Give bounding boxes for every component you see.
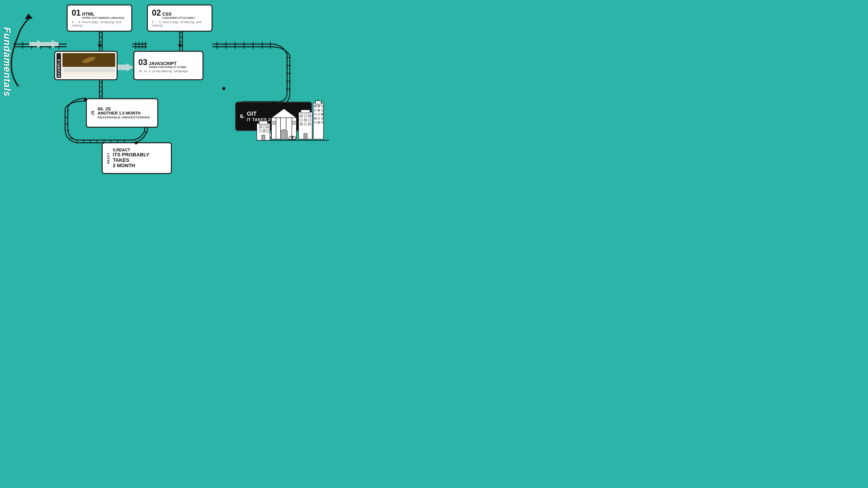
html-title: HTML <box>82 11 124 17</box>
dot-html-bottom <box>98 43 101 47</box>
svg-rect-132 <box>262 135 265 140</box>
dot-js-right <box>222 87 225 90</box>
svg-rect-107 <box>304 133 307 139</box>
card-react: REACT 5.REACT ITS PROBABLY TAKES 2 MONTH <box>102 142 172 174</box>
svg-rect-85 <box>318 109 320 111</box>
svg-rect-115 <box>292 121 295 125</box>
svg-marker-71 <box>25 13 33 19</box>
svg-rect-98 <box>300 115 303 117</box>
svg-rect-78 <box>313 103 323 139</box>
svg-rect-81 <box>314 105 316 107</box>
css-desc: 3 - 5 hours/pay studying and coding <box>152 21 208 27</box>
svg-rect-92 <box>321 118 323 119</box>
css-subtitle: CASCADING STYLE SHEET <box>162 17 195 20</box>
svg-rect-126 <box>259 126 261 128</box>
js-title: JAVASCRIPT <box>149 61 186 66</box>
card-css: 02 CSS CASCADING STYLE SHEET 3 - 5 hours… <box>147 4 213 32</box>
fundamentals-label: Fundamentals <box>2 27 12 140</box>
html-subtitle: HYPER TEXT MARKUP LANGUAGE <box>82 17 124 20</box>
js04-title: ANOTHER 1.5 MONTH <box>98 111 153 116</box>
card-html: 01 HTML HYPER TEXT MARKUP LANGUAGE 3 - 5… <box>67 4 132 32</box>
svg-rect-125 <box>259 121 268 124</box>
svg-rect-88 <box>318 113 320 115</box>
svg-marker-133 <box>127 63 133 71</box>
svg-rect-104 <box>300 123 303 125</box>
svg-rect-114 <box>273 121 275 125</box>
card-example: EXAMPLE <box>54 51 118 80</box>
js-number: 03 <box>138 58 147 66</box>
js04-label: JS <box>91 110 95 116</box>
dot-right-track <box>272 101 275 105</box>
react-title: ITS PROBABLY TAKES <box>113 152 167 163</box>
arrow-example-to-js <box>118 61 135 74</box>
svg-rect-90 <box>314 118 316 119</box>
dot-loop-left <box>84 98 87 101</box>
svg-rect-127 <box>263 126 265 128</box>
card-javascript: 03 JAVASCRIPT ADDING FUNCTIONALITY TO WE… <box>133 51 204 80</box>
dot-react-top <box>134 141 138 144</box>
svg-rect-93 <box>314 122 316 123</box>
svg-rect-82 <box>318 105 320 107</box>
svg-rect-79 <box>315 101 321 104</box>
react-title2: 2 MONTH <box>113 163 167 168</box>
svg-rect-95 <box>321 122 323 123</box>
svg-marker-72 <box>37 40 44 48</box>
svg-rect-94 <box>318 122 320 123</box>
html-desc: 3 - 5 hours/pay studying and coding <box>72 21 127 27</box>
svg-rect-101 <box>300 119 303 121</box>
react-number: 5.REACT <box>113 148 167 152</box>
svg-rect-87 <box>314 113 316 115</box>
react-label: REACT <box>107 153 110 164</box>
svg-rect-129 <box>259 130 261 132</box>
svg-line-55 <box>70 138 73 139</box>
card-js04: JS 04. JS ANOTHER 1.5 MONTH REASONABLE U… <box>86 98 158 128</box>
svg-rect-103 <box>308 119 311 121</box>
dot-css-bottom <box>178 43 182 47</box>
svg-rect-100 <box>308 115 311 117</box>
css-title: CSS <box>162 11 195 17</box>
js04-number: 04. JS <box>98 107 153 111</box>
svg-marker-109 <box>272 109 296 118</box>
svg-rect-130 <box>263 130 265 132</box>
svg-rect-105 <box>304 123 307 125</box>
svg-rect-84 <box>314 109 316 111</box>
svg-marker-74 <box>52 40 59 48</box>
svg-rect-102 <box>304 119 307 121</box>
svg-rect-128 <box>267 126 269 128</box>
js-desc: JS is a programming language <box>138 70 198 73</box>
svg-rect-131 <box>267 130 269 132</box>
svg-rect-106 <box>308 123 311 125</box>
svg-rect-83 <box>321 105 323 107</box>
city-skyline <box>234 98 329 144</box>
svg-rect-99 <box>304 115 307 117</box>
svg-rect-134 <box>118 65 127 70</box>
js-subtitle: ADDING FUNCTIONALITY TO WEB <box>149 66 186 69</box>
svg-rect-91 <box>318 118 320 119</box>
html-number: 01 <box>72 9 81 17</box>
svg-rect-97 <box>301 110 310 113</box>
js04-subtitle: REASONABLE UNDERSTANDING <box>98 116 153 119</box>
svg-rect-86 <box>321 109 323 111</box>
svg-rect-89 <box>321 113 323 115</box>
css-number: 02 <box>152 9 161 17</box>
example-label: EXAMPLE <box>57 53 61 78</box>
